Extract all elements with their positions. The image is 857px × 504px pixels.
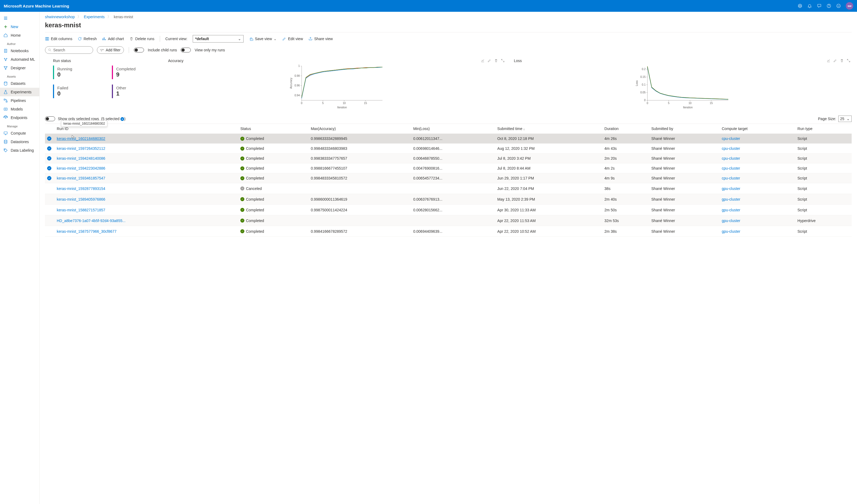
add-chart-button[interactable]: Add chart [102, 37, 124, 41]
refresh-button[interactable]: Refresh [78, 37, 97, 41]
col-submitted-time[interactable]: Submitted time ↓ [495, 124, 602, 134]
compute-target-link[interactable]: cpu-cluster [722, 136, 740, 141]
row-checkbox[interactable] [47, 136, 51, 141]
run-id-link[interactable]: keras-mnist_1594248140086 [57, 156, 105, 160]
sidebar-item-endpoints[interactable]: Endpoints [0, 114, 39, 122]
current-view-select[interactable]: *default ⌄ [193, 35, 243, 42]
save-view-button[interactable]: Save view ⌄ [249, 37, 277, 41]
col-duration[interactable]: Duration [602, 124, 649, 134]
row-checkbox[interactable] [47, 197, 51, 201]
clear-selection-button[interactable]: ✕ [120, 117, 124, 121]
table-row[interactable]: keras-mnist_1588271571857 Completed 0.99… [45, 205, 852, 215]
bell-icon[interactable] [807, 3, 812, 8]
cell-time: Jun 22, 2020 7:04 PM [495, 183, 602, 194]
sidebar-item-data-labeling[interactable]: Data Labeling [0, 146, 39, 155]
smile-icon[interactable] [836, 3, 841, 8]
add-filter-button[interactable]: ▽⁺ Add filter [97, 46, 124, 54]
run-id-link[interactable]: keras-mnist_1588271571857 [57, 208, 105, 212]
table-row[interactable]: keras-mnist_1597264352112 Completed 0.99… [45, 144, 852, 154]
row-checkbox[interactable] [47, 176, 51, 180]
current-view-label: Current view: [165, 37, 187, 41]
col-run-id[interactable]: Run ID [55, 124, 238, 134]
sidebar-item-home[interactable]: Home [0, 31, 39, 39]
edit-columns-button[interactable]: Edit columns [45, 37, 72, 41]
run-id-link[interactable]: keras-mnist_1589405976866 [57, 197, 105, 202]
gear-icon[interactable] [797, 3, 802, 8]
row-checkbox[interactable] [47, 229, 51, 233]
sidebar-item-models[interactable]: Models [0, 105, 39, 114]
compute-target-link[interactable]: gpu-cluster [722, 229, 740, 233]
trash-icon[interactable] [494, 58, 498, 63]
col-status[interactable]: Status [238, 124, 308, 134]
run-id-link[interactable]: keras-mnist_1594223042886 [57, 166, 105, 170]
avatar[interactable]: sw [846, 2, 853, 10]
table-row[interactable]: keras-mnist_1602184680302 Completed 0.99… [45, 134, 852, 144]
table-row[interactable]: HD_a8be7376-1a07-4b5f-92d4-93a855... Com… [45, 215, 852, 226]
table-row[interactable]: keras-mnist_1587577966_30cf8677 Complete… [45, 226, 852, 237]
edit-view-button[interactable]: Edit view [282, 37, 303, 41]
share-view-button[interactable]: Share view [308, 37, 333, 41]
sidebar-item-designer[interactable]: Designer [0, 64, 39, 72]
feedback-icon[interactable] [817, 3, 822, 8]
table-row[interactable]: keras-mnist_1594223042886 Completed 0.99… [45, 163, 852, 173]
sidebar-item-new[interactable]: New [0, 22, 39, 31]
col-compute-target[interactable]: Compute target [720, 124, 795, 134]
edit-icon[interactable] [833, 58, 837, 63]
table-row[interactable]: keras-mnist_1593461857547 Completed 0.99… [45, 173, 852, 183]
delete-runs-button[interactable]: Delete runs [129, 37, 154, 41]
compute-target-link[interactable]: gpu-cluster [722, 187, 740, 191]
run-id-link[interactable]: keras-mnist_1593461857547 [57, 176, 105, 180]
table-row[interactable]: keras-mnist_1589405976866 Completed 0.99… [45, 194, 852, 205]
sidebar-item-experiments[interactable]: Experiments [0, 88, 39, 96]
stat-tile-failed: Failed 0 [53, 85, 101, 98]
sidebar-item-automated-ml[interactable]: Automated ML [0, 55, 39, 64]
row-checkbox[interactable] [47, 207, 51, 212]
col-min-loss-[interactable]: Min(Loss) [411, 124, 495, 134]
sidebar-hamburger[interactable] [0, 14, 39, 22]
row-checkbox[interactable] [47, 218, 51, 222]
chart-line-icon[interactable] [481, 58, 485, 63]
run-id-link[interactable]: HD_a8be7376-1a07-4b5f-92d4-93a855... [57, 219, 125, 223]
search-input[interactable]: Search [45, 46, 93, 54]
run-id-link[interactable]: keras-mnist_1597264352112 [57, 146, 105, 151]
chart-line-icon[interactable] [826, 58, 830, 63]
expand-icon[interactable] [846, 58, 851, 63]
compute-target-link[interactable]: cpu-cluster [722, 146, 740, 151]
row-checkbox[interactable] [47, 186, 51, 190]
edit-icon[interactable] [487, 58, 491, 63]
sidebar-item-label: Data Labeling [11, 148, 34, 153]
row-checkbox[interactable] [47, 156, 51, 160]
run-id-link[interactable]: keras-mnist_1592877893154 [57, 187, 105, 191]
include-child-toggle[interactable] [134, 48, 144, 52]
col-max-accuracy-[interactable]: Max(Accuracy) [308, 124, 411, 134]
row-checkbox[interactable] [47, 146, 51, 151]
show-only-selected-toggle[interactable] [45, 116, 55, 121]
breadcrumb-workspace[interactable]: shwinneworkshop [45, 15, 75, 19]
help-icon[interactable] [826, 3, 831, 8]
sidebar-item-datasets[interactable]: Datasets [0, 79, 39, 88]
only-mine-toggle[interactable] [181, 48, 191, 52]
compute-target-link[interactable]: cpu-cluster [722, 166, 740, 170]
compute-target-link[interactable]: cpu-cluster [722, 156, 740, 160]
row-checkbox[interactable] [47, 166, 51, 170]
table-row[interactable]: keras-mnist_1592877893154 Canceled Jun 2… [45, 183, 852, 194]
breadcrumb-experiments[interactable]: Experiments [84, 15, 105, 19]
compute-target-link[interactable]: gpu-cluster [722, 219, 740, 223]
sidebar-item-pipelines[interactable]: Pipelines [0, 96, 39, 105]
expand-icon[interactable] [501, 58, 505, 63]
sidebar-item-notebooks[interactable]: Notebooks [0, 47, 39, 55]
compute-target-link[interactable]: cpu-cluster [722, 176, 740, 180]
compute-target-link[interactable]: gpu-cluster [722, 197, 740, 202]
trash-icon[interactable] [840, 58, 844, 63]
table-row[interactable]: keras-mnist_1594248140086 Completed 0.99… [45, 154, 852, 163]
col-submitted-by[interactable]: Submitted by [649, 124, 720, 134]
svg-point-14 [4, 82, 7, 83]
run-id-link[interactable]: keras-mnist_1602184680302 [57, 136, 105, 141]
col-run-type[interactable]: Run type [795, 124, 852, 134]
status-success-icon [240, 197, 245, 201]
compute-target-link[interactable]: gpu-cluster [722, 208, 740, 212]
sidebar-item-compute[interactable]: Compute [0, 129, 39, 138]
sidebar-item-datastores[interactable]: Datastores [0, 138, 39, 146]
run-id-link[interactable]: keras-mnist_1587577966_30cf8677 [57, 229, 116, 233]
page-size-select[interactable]: 25 ⌄ [838, 116, 852, 122]
